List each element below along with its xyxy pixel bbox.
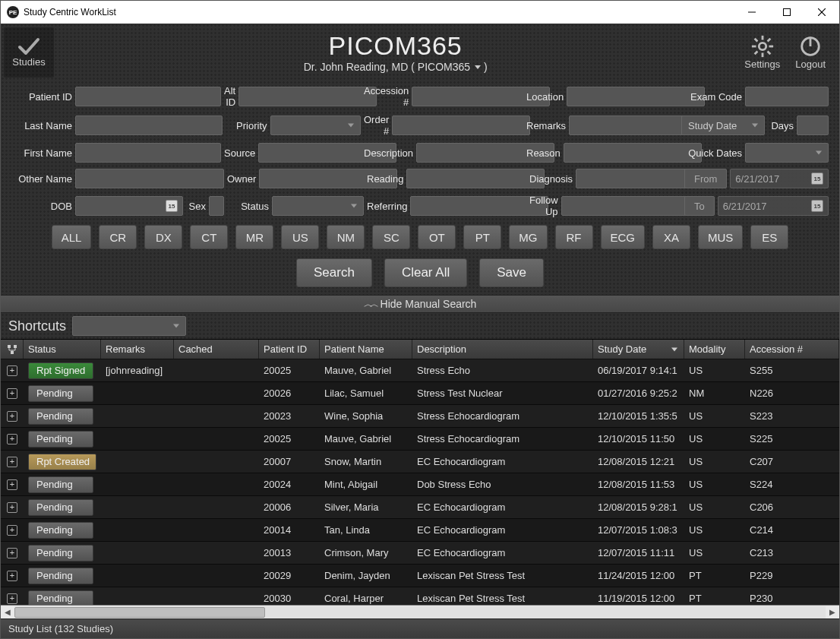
logout-button[interactable]: Logout	[795, 34, 826, 70]
modality-cr-button[interactable]: CR	[99, 225, 137, 249]
column-patient-name[interactable]: Patient Name	[320, 340, 412, 359]
dob-input[interactable]: 15	[75, 196, 183, 216]
modality-xa-button[interactable]: XA	[652, 225, 690, 249]
column-expand[interactable]	[1, 340, 24, 359]
to-button[interactable]: To	[684, 196, 715, 216]
referring-input[interactable]	[410, 196, 548, 216]
modality-ct-button[interactable]: CT	[190, 225, 228, 249]
status-pill[interactable]: Rpt Created	[28, 454, 96, 470]
table-body[interactable]: +Rpt Signed[johnreading]20025Mauve, Gabr…	[1, 359, 839, 605]
expand-icon[interactable]: +	[7, 502, 17, 513]
expand-icon[interactable]: +	[7, 434, 17, 444]
table-row[interactable]: +Pending20023Wine, SophiaStress Echocard…	[1, 405, 839, 428]
save-button[interactable]: Save	[479, 258, 544, 287]
status-pill[interactable]: Rpt Signed	[28, 362, 93, 379]
from-button[interactable]: From	[684, 169, 727, 188]
expand-icon[interactable]: +	[7, 411, 17, 422]
last-name-input[interactable]	[75, 115, 223, 135]
search-button[interactable]: Search	[296, 258, 372, 287]
column-accession[interactable]: Accession #	[745, 340, 839, 359]
table-row[interactable]: +Pending20029Denim, JaydenLexiscan Pet S…	[1, 565, 839, 587]
status-pill[interactable]: Pending	[28, 385, 93, 402]
quick-dates-select[interactable]	[745, 143, 829, 163]
status-pill[interactable]: Pending	[28, 476, 93, 493]
patient-id-input[interactable]	[75, 87, 221, 106]
first-name-input[interactable]	[75, 143, 221, 163]
minimize-button[interactable]	[734, 1, 769, 24]
modality-us-button[interactable]: US	[281, 225, 319, 249]
clear-all-button[interactable]: Clear All	[384, 258, 467, 287]
table-row[interactable]: +Pending20013Crimson, MaryEC Echocardiog…	[1, 542, 839, 565]
column-status[interactable]: Status	[24, 340, 101, 359]
modality-mr-button[interactable]: MR	[235, 225, 273, 249]
expand-icon[interactable]: +	[7, 593, 17, 604]
modality-dx-button[interactable]: DX	[144, 225, 182, 249]
status-pill[interactable]: Pending	[28, 431, 93, 448]
close-button[interactable]	[804, 1, 839, 24]
modality-pt-button[interactable]: PT	[463, 225, 501, 249]
modality-mg-button[interactable]: MG	[509, 225, 547, 249]
shortcuts-select[interactable]	[72, 316, 186, 336]
table-row[interactable]: +Pending20014Tan, LindaEC Echocardiogram…	[1, 519, 839, 542]
expand-icon[interactable]: +	[7, 479, 17, 490]
settings-button[interactable]: Settings	[744, 34, 780, 70]
modality-mus-button[interactable]: MUS	[698, 225, 743, 249]
status-pill[interactable]: Pending	[28, 568, 93, 584]
svg-line-9	[754, 39, 757, 42]
cell-patient-name: Wine, Sophia	[320, 410, 412, 422]
modality-nm-button[interactable]: NM	[327, 225, 365, 249]
status-pill[interactable]: Pending	[28, 522, 93, 539]
other-name-input[interactable]	[75, 169, 224, 188]
table-row[interactable]: +Rpt Created20007Snow, MartinEC Echocard…	[1, 451, 839, 473]
modality-ot-button[interactable]: OT	[418, 225, 456, 249]
exam-code-input[interactable]	[745, 87, 829, 106]
expand-icon[interactable]: +	[7, 525, 17, 536]
study-date-select[interactable]: Study Date	[681, 115, 765, 135]
column-modality[interactable]: Modality	[684, 340, 745, 359]
status-pill[interactable]: Pending	[28, 499, 93, 516]
status-pill[interactable]: Pending	[28, 408, 93, 425]
column-remarks[interactable]: Remarks	[101, 340, 174, 359]
column-cached[interactable]: Cached	[174, 340, 259, 359]
context-dropdown[interactable]: PICOM365	[418, 61, 481, 73]
reading-input[interactable]	[406, 169, 545, 188]
status-pill[interactable]: Pending	[28, 590, 93, 606]
alt-id-input[interactable]	[238, 87, 377, 106]
table-row[interactable]: +Rpt Signed[johnreading]20025Mauve, Gabr…	[1, 359, 839, 382]
modality-all-button[interactable]: ALL	[52, 225, 92, 249]
modality-sc-button[interactable]: SC	[372, 225, 410, 249]
expand-icon[interactable]: +	[7, 548, 17, 558]
days-input[interactable]	[797, 115, 829, 135]
table-row[interactable]: +Pending20006Silver, MariaEC Echocardiog…	[1, 496, 839, 519]
to-date-input[interactable]: 6/21/201715	[718, 196, 829, 216]
priority-select[interactable]	[270, 115, 361, 135]
studies-button[interactable]: Studies	[4, 27, 54, 78]
table-row[interactable]: +Pending20030Coral, HarperLexiscan Pet S…	[1, 587, 839, 605]
table-row[interactable]: +Pending20025Mauve, GabrielStress Echoca…	[1, 428, 839, 451]
order-input[interactable]	[392, 115, 530, 135]
follow-up-input[interactable]	[561, 196, 699, 216]
modality-ecg-button[interactable]: ECG	[601, 225, 646, 249]
scroll-track[interactable]	[14, 606, 826, 618]
modality-es-button[interactable]: ES	[750, 225, 788, 249]
column-description[interactable]: Description	[412, 340, 593, 359]
maximize-button[interactable]	[769, 1, 804, 24]
hide-manual-search-toggle[interactable]: ︿︿ Hide Manual Search	[1, 295, 839, 313]
column-study-date[interactable]: Study Date	[593, 340, 684, 359]
from-date-input[interactable]: 6/21/201715	[730, 169, 829, 188]
expand-icon[interactable]: +	[7, 571, 17, 581]
horizontal-scrollbar[interactable]: ◀ ▶	[1, 605, 839, 618]
expand-icon[interactable]: +	[7, 457, 17, 467]
sex-input[interactable]	[209, 196, 224, 216]
scroll-thumb[interactable]	[14, 607, 265, 618]
status-select[interactable]	[272, 196, 364, 216]
table-row[interactable]: +Pending20024Mint, AbigailDob Stress Ech…	[1, 473, 839, 496]
scroll-left-icon[interactable]: ◀	[1, 606, 14, 619]
status-pill[interactable]: Pending	[28, 545, 93, 561]
column-patient-id[interactable]: Patient ID	[259, 340, 320, 359]
scroll-right-icon[interactable]: ▶	[826, 606, 839, 619]
expand-icon[interactable]: +	[7, 388, 17, 399]
modality-rf-button[interactable]: RF	[555, 225, 593, 249]
expand-icon[interactable]: +	[7, 365, 17, 376]
table-row[interactable]: +Pending20026Lilac, SamuelStress Test Nu…	[1, 382, 839, 405]
